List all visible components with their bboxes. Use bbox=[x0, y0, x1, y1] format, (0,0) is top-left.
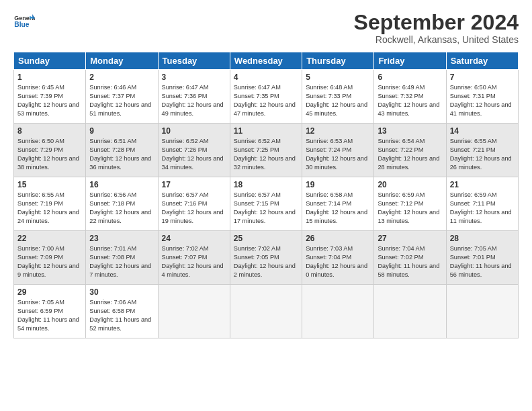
table-row: 5Sunrise: 6:48 AMSunset: 7:33 PMDaylight… bbox=[302, 70, 374, 124]
calendar-header-row: Sunday Monday Tuesday Wednesday Thursday… bbox=[14, 52, 519, 70]
table-row: 21Sunrise: 6:59 AMSunset: 7:11 PMDayligh… bbox=[446, 177, 518, 231]
table-row: 9Sunrise: 6:51 AMSunset: 7:28 PMDaylight… bbox=[86, 124, 158, 177]
calendar-week-1: 1Sunrise: 6:45 AMSunset: 7:39 PMDaylight… bbox=[14, 70, 519, 124]
col-saturday: Saturday bbox=[446, 52, 518, 70]
calendar-week-2: 8Sunrise: 6:50 AMSunset: 7:29 PMDaylight… bbox=[14, 124, 519, 177]
table-row bbox=[446, 285, 518, 338]
table-row bbox=[230, 285, 302, 338]
table-row: 28Sunrise: 7:05 AMSunset: 7:01 PMDayligh… bbox=[446, 231, 518, 285]
table-row: 12Sunrise: 6:53 AMSunset: 7:24 PMDayligh… bbox=[302, 124, 374, 177]
table-row: 1Sunrise: 6:45 AMSunset: 7:39 PMDaylight… bbox=[14, 70, 86, 124]
table-row bbox=[374, 285, 446, 338]
table-row: 16Sunrise: 6:56 AMSunset: 7:18 PMDayligh… bbox=[86, 177, 158, 231]
col-monday: Monday bbox=[86, 52, 158, 70]
table-row bbox=[302, 285, 374, 338]
table-row: 22Sunrise: 7:00 AMSunset: 7:09 PMDayligh… bbox=[14, 231, 86, 285]
table-row: 19Sunrise: 6:58 AMSunset: 7:14 PMDayligh… bbox=[302, 177, 374, 231]
table-row: 13Sunrise: 6:54 AMSunset: 7:22 PMDayligh… bbox=[374, 124, 446, 177]
col-friday: Friday bbox=[374, 52, 446, 70]
table-row: 18Sunrise: 6:57 AMSunset: 7:15 PMDayligh… bbox=[230, 177, 302, 231]
table-row: 25Sunrise: 7:02 AMSunset: 7:05 PMDayligh… bbox=[230, 231, 302, 285]
table-row: 8Sunrise: 6:50 AMSunset: 7:29 PMDaylight… bbox=[14, 124, 86, 177]
location: Rockwell, Arkansas, United States bbox=[354, 34, 519, 45]
logo-icon: General Blue bbox=[13, 11, 35, 32]
calendar-week-5: 29Sunrise: 7:05 AMSunset: 6:59 PMDayligh… bbox=[14, 285, 519, 338]
table-row: 3Sunrise: 6:47 AMSunset: 7:36 PMDaylight… bbox=[158, 70, 230, 124]
col-wednesday: Wednesday bbox=[230, 52, 302, 70]
title-section: September 2024 Rockwell, Arkansas, Unite… bbox=[354, 11, 519, 45]
table-row bbox=[158, 285, 230, 338]
table-row: 17Sunrise: 6:57 AMSunset: 7:16 PMDayligh… bbox=[158, 177, 230, 231]
table-row: 30Sunrise: 7:06 AMSunset: 6:58 PMDayligh… bbox=[86, 285, 158, 338]
table-row: 4Sunrise: 6:47 AMSunset: 7:35 PMDaylight… bbox=[230, 70, 302, 124]
table-row: 14Sunrise: 6:55 AMSunset: 7:21 PMDayligh… bbox=[446, 124, 518, 177]
table-row: 23Sunrise: 7:01 AMSunset: 7:08 PMDayligh… bbox=[86, 231, 158, 285]
table-row: 6Sunrise: 6:49 AMSunset: 7:32 PMDaylight… bbox=[374, 70, 446, 124]
calendar-week-3: 15Sunrise: 6:55 AMSunset: 7:19 PMDayligh… bbox=[14, 177, 519, 231]
table-row: 11Sunrise: 6:52 AMSunset: 7:25 PMDayligh… bbox=[230, 124, 302, 177]
logo: General Blue bbox=[13, 11, 35, 32]
col-thursday: Thursday bbox=[302, 52, 374, 70]
calendar: Sunday Monday Tuesday Wednesday Thursday… bbox=[13, 52, 519, 338]
col-tuesday: Tuesday bbox=[158, 52, 230, 70]
table-row: 15Sunrise: 6:55 AMSunset: 7:19 PMDayligh… bbox=[14, 177, 86, 231]
table-row: 20Sunrise: 6:59 AMSunset: 7:12 PMDayligh… bbox=[374, 177, 446, 231]
table-row: 10Sunrise: 6:52 AMSunset: 7:26 PMDayligh… bbox=[158, 124, 230, 177]
table-row: 24Sunrise: 7:02 AMSunset: 7:07 PMDayligh… bbox=[158, 231, 230, 285]
calendar-week-4: 22Sunrise: 7:00 AMSunset: 7:09 PMDayligh… bbox=[14, 231, 519, 285]
table-row: 26Sunrise: 7:03 AMSunset: 7:04 PMDayligh… bbox=[302, 231, 374, 285]
table-row: 7Sunrise: 6:50 AMSunset: 7:31 PMDaylight… bbox=[446, 70, 518, 124]
table-row: 2Sunrise: 6:46 AMSunset: 7:37 PMDaylight… bbox=[86, 70, 158, 124]
svg-text:Blue: Blue bbox=[14, 21, 29, 28]
month-title: September 2024 bbox=[354, 11, 519, 34]
header: General Blue September 2024 Rockwell, Ar… bbox=[13, 11, 519, 45]
col-sunday: Sunday bbox=[14, 52, 86, 70]
table-row: 27Sunrise: 7:04 AMSunset: 7:02 PMDayligh… bbox=[374, 231, 446, 285]
table-row: 29Sunrise: 7:05 AMSunset: 6:59 PMDayligh… bbox=[14, 285, 86, 338]
